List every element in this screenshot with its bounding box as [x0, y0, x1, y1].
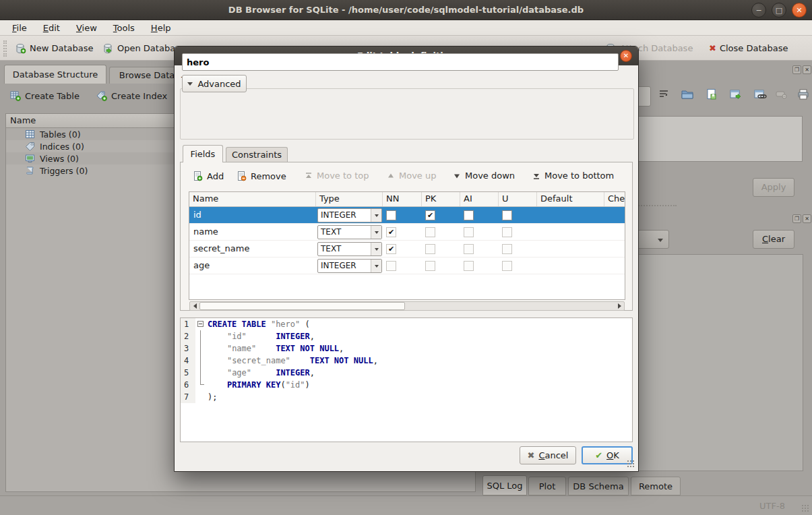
- sqllog-dock-close-button[interactable]: ✕: [803, 214, 811, 223]
- chevron-down-icon[interactable]: [371, 243, 381, 255]
- menu-file[interactable]: File: [4, 21, 35, 35]
- dialog-resize-grip[interactable]: [627, 460, 635, 468]
- tree-item-label: Views (0): [40, 154, 79, 164]
- checkbox-u[interactable]: [502, 261, 512, 271]
- checkbox-nn-checked[interactable]: ✔: [386, 227, 396, 237]
- window-resize-grip[interactable]: [801, 504, 809, 512]
- tab-fields[interactable]: Fields: [183, 145, 223, 162]
- field-name-cell[interactable]: name: [193, 226, 218, 237]
- sql-preview-editor[interactable]: 1CREATE TABLE "hero" (2 "id" INTEGER,3 "…: [180, 317, 633, 442]
- move-up-button: Move up: [387, 171, 437, 181]
- export-icon[interactable]: [703, 85, 720, 104]
- column-header-type[interactable]: Type: [316, 192, 383, 206]
- print-icon[interactable]: [794, 85, 812, 104]
- field-row-age[interactable]: ageINTEGER: [189, 258, 625, 274]
- move-down-button[interactable]: Move down: [453, 171, 515, 181]
- fields-grid-hscrollbar[interactable]: [189, 301, 625, 311]
- checkbox-pk[interactable]: [425, 261, 435, 271]
- field-name-cell[interactable]: secret_name: [193, 243, 249, 253]
- window-controls: ─ □ ✕: [751, 3, 807, 18]
- field-type-combo[interactable]: INTEGER: [317, 208, 382, 222]
- ok-button[interactable]: ✔ OK: [582, 446, 633, 464]
- checkbox-pk[interactable]: [425, 227, 435, 237]
- minimize-button[interactable]: ─: [751, 3, 766, 18]
- scrollbar-thumb[interactable]: [199, 302, 405, 310]
- field-row-name[interactable]: nameTEXT✔: [189, 224, 625, 241]
- checkbox-u[interactable]: [502, 244, 512, 254]
- checkbox-ai[interactable]: [464, 261, 474, 271]
- chevron-down-icon[interactable]: [371, 209, 381, 222]
- field-type-combo[interactable]: INTEGER: [317, 259, 382, 273]
- menu-tools[interactable]: Tools: [105, 21, 143, 35]
- scroll-left-icon[interactable]: [190, 302, 199, 310]
- checkbox-u[interactable]: [502, 210, 512, 220]
- column-header-ai[interactable]: AI: [460, 192, 499, 206]
- apply-cell-icon[interactable]: [727, 85, 745, 104]
- editcell-dock-float-button[interactable]: ❐: [792, 65, 801, 74]
- add-button[interactable]: Add: [192, 171, 224, 181]
- column-header-check[interactable]: Check: [604, 192, 625, 206]
- field-type-combo[interactable]: TEXT: [317, 242, 382, 256]
- tab-db-schema[interactable]: DB Schema: [568, 477, 629, 495]
- tab-constraints[interactable]: Constraints: [226, 147, 288, 162]
- word-wrap-icon[interactable]: [655, 85, 673, 104]
- tab-remote[interactable]: Remote: [631, 477, 681, 495]
- menu-view[interactable]: View: [68, 21, 105, 35]
- checkbox-ai[interactable]: [464, 244, 474, 254]
- toolbar-open-database-button[interactable]: Open Database: [102, 40, 185, 57]
- column-header-u[interactable]: U: [499, 192, 537, 206]
- advanced-button[interactable]: Advanced: [182, 75, 247, 92]
- apply-button[interactable]: Apply: [753, 178, 794, 197]
- window-titlebar[interactable]: DB Browser for SQLite - /home/user/code/…: [0, 0, 812, 20]
- checkbox-nn-checked[interactable]: ✔: [386, 244, 396, 254]
- chevron-down-icon[interactable]: [371, 260, 381, 272]
- field-name-cell[interactable]: id: [193, 210, 201, 220]
- tab-sql-log[interactable]: SQL Log: [482, 475, 527, 495]
- checkbox-pk-checked[interactable]: ✔: [425, 210, 435, 220]
- tab-plot[interactable]: Plot: [528, 477, 566, 495]
- scroll-right-icon[interactable]: [615, 302, 624, 310]
- checkbox-pk[interactable]: [425, 244, 435, 254]
- window-close-button[interactable]: ✕: [792, 3, 807, 18]
- link-icon[interactable]: [751, 85, 769, 104]
- toolbar-grip[interactable]: [3, 40, 7, 57]
- dialog-close-button[interactable]: ✕: [620, 50, 632, 62]
- clear-button[interactable]: Clear: [753, 230, 794, 249]
- checkbox-ai[interactable]: [464, 227, 474, 237]
- column-header-name[interactable]: Name: [189, 192, 316, 206]
- field-type-value: TEXT: [318, 226, 371, 239]
- sql-fold-margin: [195, 367, 206, 379]
- chevron-down-icon[interactable]: [371, 226, 381, 239]
- import-icon[interactable]: [679, 85, 696, 104]
- toolbar-new-database-button[interactable]: New Database: [15, 40, 94, 57]
- move-to-bottom-button[interactable]: Move to bottom: [532, 171, 614, 181]
- editcell-dock-close-button[interactable]: ✕: [803, 65, 811, 74]
- sql-line-number: 3: [181, 342, 195, 355]
- create-index-button[interactable]: Create Index: [96, 90, 167, 101]
- dock-splitter[interactable]: [633, 205, 677, 208]
- cancel-button[interactable]: ✖ Cancel: [520, 446, 576, 464]
- menu-edit[interactable]: Edit: [35, 21, 68, 35]
- toolbar-close-database-button[interactable]: ✖Close Database: [709, 40, 788, 57]
- field-name-cell[interactable]: age: [193, 260, 210, 270]
- column-header-default[interactable]: Default: [537, 192, 604, 206]
- checkbox-nn[interactable]: [386, 210, 396, 220]
- fold-collapse-icon[interactable]: [195, 318, 206, 330]
- checkbox-u[interactable]: [502, 227, 512, 237]
- checkbox-nn[interactable]: [386, 261, 396, 271]
- column-header-nn[interactable]: NN: [383, 192, 422, 206]
- encoding-indicator[interactable]: UTF-8: [759, 501, 785, 511]
- field-type-combo[interactable]: TEXT: [317, 225, 382, 239]
- checkbox-ai[interactable]: [464, 210, 474, 220]
- menu-help[interactable]: Help: [143, 21, 179, 35]
- field-row-secret-name[interactable]: secret_nameTEXT✔: [189, 241, 625, 258]
- table-name-input[interactable]: [182, 53, 619, 71]
- column-header-pk[interactable]: PK: [422, 192, 460, 206]
- tab-database-structure[interactable]: Database Structure: [4, 65, 106, 84]
- remove-button[interactable]: Remove: [236, 171, 286, 181]
- maximize-button[interactable]: □: [772, 3, 786, 18]
- sqllog-dock-float-button[interactable]: ❐: [792, 214, 801, 223]
- field-row-id[interactable]: idINTEGER✔: [189, 207, 625, 224]
- create-table-button[interactable]: Create Table: [9, 90, 80, 101]
- set-null-icon[interactable]: [773, 85, 790, 104]
